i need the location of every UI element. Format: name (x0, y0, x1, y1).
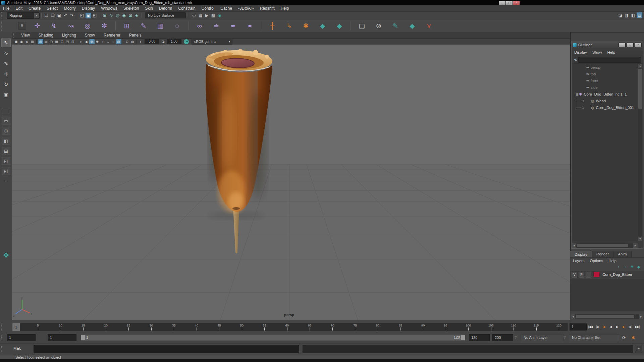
gamma-field[interactable]: 1.00 (167, 39, 181, 44)
select-component-icon[interactable]: ◰ (92, 13, 98, 18)
menu-control[interactable]: Control (199, 5, 218, 11)
paint-select-tool[interactable]: ✎ (2, 59, 10, 68)
open-scene-icon[interactable]: ❐ (50, 13, 56, 18)
range-slider[interactable]: 1 120 (80, 334, 466, 341)
layer-new-from-selected-icon[interactable]: ◆ (636, 264, 642, 269)
bookmark-icon[interactable]: ◈ (24, 39, 30, 44)
scroll-right-icon[interactable]: ▶ (633, 243, 638, 248)
point-constraint-icon[interactable]: ≐ (211, 21, 221, 31)
outliner-menu-help[interactable]: Help (605, 49, 618, 55)
select-object-icon[interactable]: ▣ (86, 13, 91, 18)
lights-icon[interactable]: ✺ (95, 39, 100, 44)
marquee-icon[interactable]: ▢ (357, 21, 367, 31)
hik-skeleton-icon[interactable]: ✼ (99, 21, 109, 31)
scroll-down-icon[interactable]: ▼ (638, 237, 642, 241)
field-chart-icon[interactable]: ⊡ (59, 39, 65, 44)
attribute-editor-toggle-icon[interactable]: ◨ (624, 12, 630, 18)
viewport-canvas[interactable]: y x z persp (12, 45, 570, 320)
select-tool[interactable]: ↖ (1, 38, 11, 47)
outliner-close-button[interactable]: × (635, 43, 642, 47)
edit-membership-icon[interactable]: ⊞ (122, 21, 132, 31)
shelf-grip[interactable] (1, 21, 4, 31)
joint-tool-icon[interactable]: ╂ (267, 21, 277, 31)
scroll-left-icon[interactable]: ◀ (572, 243, 576, 248)
scrollbar-thumb[interactable] (576, 315, 634, 318)
soft-mod-icon[interactable]: ◎ (83, 21, 93, 31)
auto-keyframe-icon[interactable]: ⟳ (621, 334, 627, 341)
layer-move-down-icon[interactable]: ↓ (622, 264, 628, 269)
film-gate-icon[interactable]: ▭ (43, 39, 49, 44)
panel-menu-panels[interactable]: Panels (125, 32, 146, 38)
make-live-icon[interactable]: ◈ (134, 13, 140, 18)
render-settings-icon[interactable]: ▩ (210, 13, 216, 18)
menu-deform[interactable]: Deform (156, 5, 175, 11)
safe-action-icon[interactable]: ◰ (65, 39, 70, 44)
snap-view-plane-icon[interactable]: ⊡ (127, 13, 133, 18)
outliner-vertical-scrollbar[interactable]: ▲ ▼ (638, 64, 642, 241)
ik-spline-icon[interactable]: ↝ (66, 21, 76, 31)
tab-render[interactable]: Render (592, 251, 614, 257)
parent-constraint-icon[interactable]: ∞ (195, 21, 205, 31)
layer-menu-options[interactable]: Options (587, 258, 606, 264)
paint-skin-weights-icon[interactable]: ✎ (139, 21, 149, 31)
exposure-icon[interactable]: ◐ (138, 39, 144, 44)
panel-menu-show[interactable]: Show (80, 32, 99, 38)
menu-file[interactable]: File (0, 5, 12, 11)
current-frame-field[interactable]: 1 (570, 323, 587, 330)
layout-custom[interactable]: ◱ (2, 167, 10, 175)
tool-settings-toggle-icon[interactable]: ◧ (630, 12, 636, 18)
panel-grip[interactable] (13, 33, 16, 38)
menu-cache[interactable]: Cache (217, 5, 235, 11)
anim-layer-selector[interactable]: No Anim Layer (521, 334, 564, 341)
multisample-aa-icon[interactable]: ▨ (116, 39, 121, 44)
shelf-tab-menu-icon[interactable]: ≡ (18, 22, 26, 30)
exposure-field[interactable]: 0.00 (145, 39, 159, 44)
layout-four-pane[interactable]: ⊞ (2, 127, 10, 135)
scroll-right-icon[interactable]: ▶ (639, 314, 643, 319)
grid-icon[interactable]: ⊞ (38, 39, 43, 44)
chevron-down-icon[interactable]: ▽ (564, 336, 566, 339)
outliner-item-persp[interactable]: ■◀persp (572, 64, 639, 71)
panel-menu-view[interactable]: View (17, 32, 34, 38)
character-set-selector[interactable]: No Character Set (569, 334, 619, 341)
time-slider-grip[interactable] (1, 323, 4, 331)
animation-start-field[interactable]: 1 (7, 334, 36, 341)
step-forward-frame-button[interactable]: ▶| (627, 323, 634, 330)
outliner-menu-display[interactable]: Display (572, 49, 590, 55)
command-input-field[interactable] (34, 345, 299, 353)
snap-grid-icon[interactable]: ⊞ (102, 13, 108, 18)
scrollbar-thumb[interactable] (638, 69, 642, 109)
outliner-item-front[interactable]: ■◀front (572, 77, 639, 84)
layer-horizontal-scrollbar[interactable]: ◀ ▶ (571, 314, 643, 319)
tab-display[interactable]: Display (570, 251, 592, 257)
outliner-minimize-button[interactable]: – (619, 43, 626, 47)
range-slider-grip[interactable] (1, 335, 4, 340)
playback-start-field[interactable]: 1 (48, 334, 76, 341)
select-hierarchy-icon[interactable]: ◱ (79, 13, 85, 18)
menu-modify[interactable]: Modify (61, 5, 78, 11)
gamma-icon[interactable]: ◪ (160, 39, 166, 44)
animation-preferences-icon[interactable]: ✱ (630, 334, 637, 341)
layer-menu-help[interactable]: Help (606, 258, 619, 264)
textured-icon[interactable]: ▧ (89, 39, 95, 44)
wireframe-icon[interactable]: ◇ (78, 39, 84, 44)
render-current-frame-icon[interactable]: ▦ (198, 13, 203, 18)
isolate-select-icon[interactable]: ⊙ (124, 39, 130, 44)
outliner-titlebar[interactable]: Outliner – ▢ × (572, 41, 643, 49)
outliner-item-top[interactable]: ■◀top (572, 71, 639, 77)
layer-display-type-toggle[interactable] (586, 272, 591, 278)
chevron-down-icon[interactable]: ▽ (515, 336, 517, 339)
snap-curve-icon[interactable]: ∿ (108, 13, 114, 18)
maximize-button[interactable]: ▢ (506, 1, 513, 5)
layer-color-swatch[interactable] (593, 272, 600, 277)
render-view-icon[interactable]: ▭ (191, 13, 197, 18)
camera-attributes-icon[interactable]: ◉ (19, 39, 24, 44)
shadows-icon[interactable]: ◑ (100, 39, 105, 44)
undo-icon[interactable]: ↶ (63, 13, 68, 18)
display-layer-row[interactable]: V P Corn_Dog_Bitten (570, 271, 644, 278)
paint-effects-icon[interactable]: ✎ (390, 21, 400, 31)
snap-projected-icon[interactable]: ◉ (121, 13, 127, 18)
xray-icon[interactable]: ◍ (130, 39, 135, 44)
menu-windows[interactable]: Windows (98, 5, 120, 11)
scrollbar-thumb[interactable] (577, 244, 628, 247)
